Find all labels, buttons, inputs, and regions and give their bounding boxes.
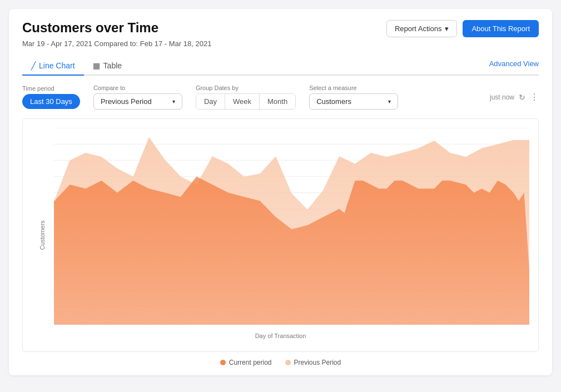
group-week-button[interactable]: Week — [225, 94, 260, 109]
legend-previous: Previous Period — [285, 359, 341, 366]
report-actions-label: Report Actions — [395, 24, 442, 33]
controls-bar: Time period Last 30 Days Compare to Prev… — [22, 85, 539, 110]
table-icon: ▦ — [93, 61, 100, 70]
chevron-down-icon: ▾ — [445, 24, 449, 33]
measure-label: Select a measure — [309, 85, 398, 91]
chevron-down-icon: ▾ — [172, 98, 175, 105]
time-period-button[interactable]: Last 30 Days — [22, 94, 80, 109]
report-actions-button[interactable]: Report Actions ▾ — [386, 20, 458, 37]
time-period-label: Time period — [22, 85, 80, 92]
report-subtitle: Mar 19 - Apr 17, 2021 Compared to: Feb 1… — [22, 39, 539, 48]
previous-period-dot — [285, 360, 291, 365]
x-axis-label: Day of Transaction — [255, 333, 306, 339]
tabs-bar: ╱ Line Chart ▦ Table Advanced View — [22, 57, 539, 76]
y-axis-label: Customers — [39, 220, 46, 250]
line-chart-icon: ╱ — [31, 61, 36, 70]
refresh-icon[interactable]: ↻ — [519, 93, 525, 102]
advanced-view-link[interactable]: Advanced View — [489, 59, 539, 72]
chart-legend: Current period Previous Period — [22, 359, 539, 366]
about-label: About This Report — [471, 24, 530, 33]
page-title: Customers over Time — [22, 20, 158, 36]
about-report-button[interactable]: About This Report — [463, 20, 539, 37]
compare-select[interactable]: Previous Period ▾ — [93, 93, 182, 110]
tab-table[interactable]: ▦ Table — [84, 57, 131, 76]
group-month-button[interactable]: Month — [260, 94, 295, 109]
compare-group: Compare to Previous Period ▾ — [93, 85, 182, 110]
group-day-button[interactable]: Day — [196, 94, 225, 109]
group-dates-label: Group Dates by — [196, 85, 296, 91]
chart-svg: 0 50 100 150 200 250 300 350 400 450 500… — [54, 128, 529, 325]
chart-area: Customers 0 50 100 150 200 250 300 350 — [22, 118, 539, 352]
group-date-buttons: Day Week Month — [196, 93, 296, 110]
tab-line-chart[interactable]: ╱ Line Chart — [22, 57, 84, 76]
measure-group: Select a measure Customers ▾ — [309, 85, 398, 110]
refresh-info: just now ↻ ⋮ — [490, 92, 539, 102]
chevron-down-icon: ▾ — [388, 98, 391, 105]
measure-select[interactable]: Customers ▾ — [309, 93, 398, 110]
time-period-group: Time period Last 30 Days — [22, 85, 80, 109]
tabs-list: ╱ Line Chart ▦ Table — [22, 57, 131, 75]
legend-current: Current period — [220, 359, 272, 366]
current-period-dot — [220, 360, 226, 365]
compare-label: Compare to — [93, 85, 182, 91]
more-options-icon[interactable]: ⋮ — [530, 92, 539, 102]
group-dates-group: Group Dates by Day Week Month — [196, 85, 296, 110]
